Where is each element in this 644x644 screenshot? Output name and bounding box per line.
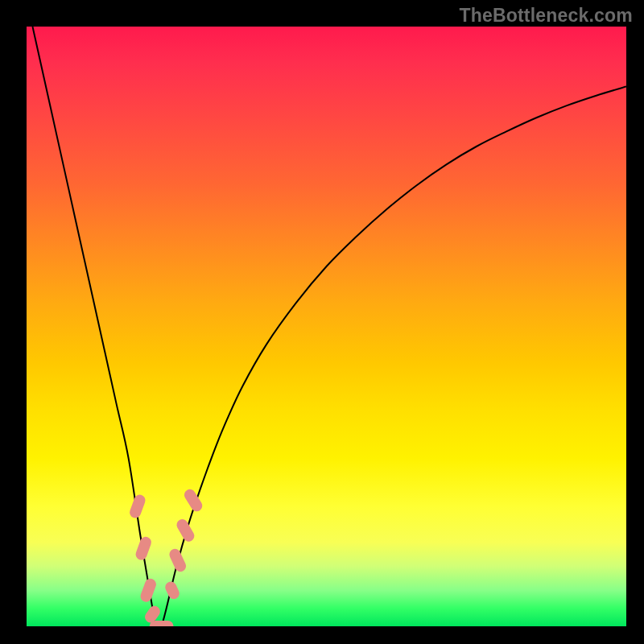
chart-container: TheBottleneck.com xyxy=(0,0,644,644)
plot-gradient-background xyxy=(27,27,626,626)
watermark-text: TheBottleneck.com xyxy=(459,5,633,27)
